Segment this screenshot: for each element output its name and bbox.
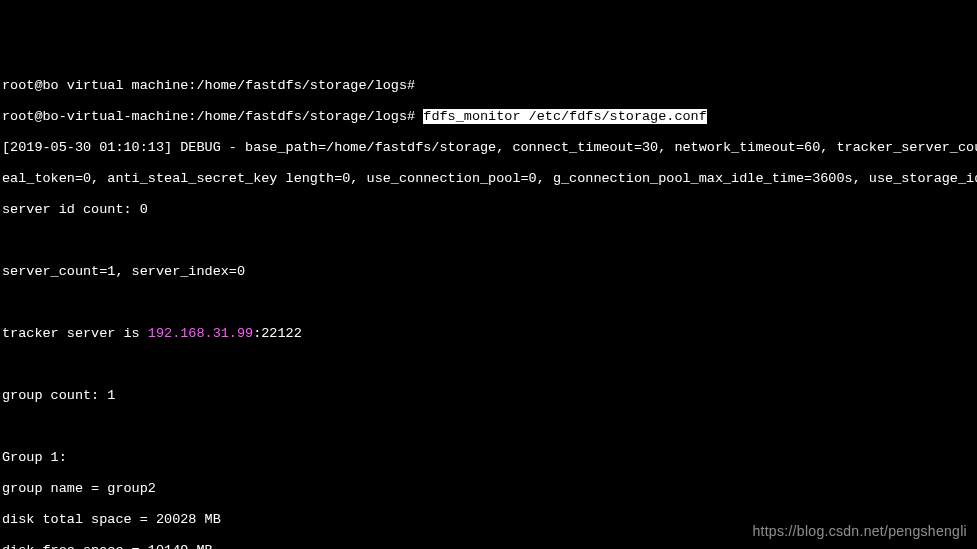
group-count: group count: 1 [2,388,975,404]
group-name: group name = group2 [2,481,975,497]
blank-line [2,357,975,373]
server-count-line: server_count=1, server_index=0 [2,264,975,280]
prev-prompt-line: root@bo virtual machine:/home/fastdfs/st… [2,78,975,94]
tracker-line: tracker server is 192.168.31.99:22122 [2,326,975,342]
debug-line-2: eal_token=0, anti_steal_secret_key lengt… [2,171,975,187]
watermark-text: https://blog.csdn.net/pengshengli [752,523,967,539]
tracker-label: tracker server is [2,326,148,341]
entered-command: fdfs_monitor /etc/fdfs/storage.conf [423,109,707,124]
tracker-ip: 192.168.31.99 [148,326,253,341]
disk-free: disk free space = 10149 MB [2,543,975,549]
prompt-line: root@bo-virtual-machine:/home/fastdfs/st… [2,109,975,125]
terminal-output[interactable]: root@bo virtual machine:/home/fastdfs/st… [0,62,977,549]
server-id-count: server id count: 0 [2,202,975,218]
blank-line [2,233,975,249]
debug-line-1: [2019-05-30 01:10:13] DEBUG - base_path=… [2,140,975,156]
group-header: Group 1: [2,450,975,466]
shell-prompt: root@bo-virtual-machine:/home/fastdfs/st… [2,109,415,124]
blank-line [2,419,975,435]
blank-line [2,295,975,311]
tracker-port: :22122 [253,326,302,341]
